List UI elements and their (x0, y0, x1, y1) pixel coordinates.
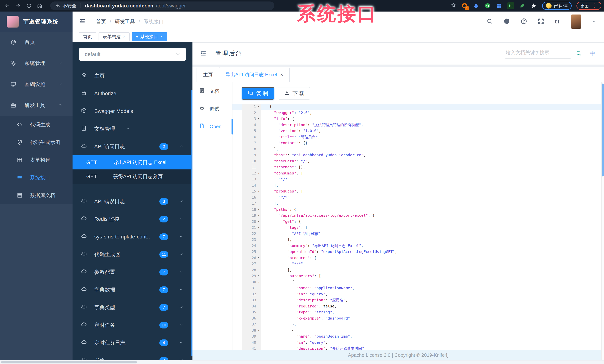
chevron-down-icon[interactable] (179, 269, 183, 275)
help-icon[interactable] (521, 18, 527, 25)
collapse-sidebar-icon[interactable] (79, 18, 86, 25)
sidebar-item-数据库文档[interactable]: 数据库文档 (0, 186, 73, 204)
mini-nav-Open[interactable]: Open (192, 118, 232, 135)
fold-icon[interactable]: ▾ (256, 206, 261, 213)
chevron-down-icon[interactable] (592, 19, 596, 24)
page-tab-系统接口[interactable]: 系统接口× (132, 32, 167, 41)
extension-swirl-icon[interactable] (484, 2, 491, 9)
api-operation-导出API 访问日志 Excel[interactable]: GET导出API 访问日志 Excel (73, 155, 192, 169)
extension-ring-icon[interactable]: 1 (461, 2, 468, 9)
fold-icon[interactable]: ▾ (256, 104, 261, 110)
api-nav-item-定时任务[interactable]: 定时任务10 (73, 316, 192, 334)
api-nav-item-文档管理[interactable]: 文档管理 (73, 120, 192, 138)
mini-nav-文档[interactable]: 文档 (192, 82, 232, 100)
sidebar-item-表单构建[interactable]: 表单构建 (0, 151, 73, 169)
horizontal-scrollbar[interactable] (0, 360, 604, 364)
sidebar-item-系统接口[interactable]: 系统接口 (0, 169, 73, 186)
api-nav-item-字典类型[interactable]: 字典类型7 (73, 299, 192, 316)
api-operation-获得API 访问日志分页[interactable]: GET获得API 访问日志分页 (73, 169, 192, 184)
fold-icon[interactable]: ▾ (256, 225, 261, 231)
main-scrollbar-thumb[interactable] (602, 84, 604, 176)
close-icon[interactable]: × (123, 34, 125, 39)
paused-badge[interactable]: 已暂停 (542, 2, 572, 10)
sidebar-item-基础设施[interactable]: 基础设施 (0, 74, 73, 95)
chevron-down-icon[interactable] (179, 357, 183, 361)
browser-reload-icon[interactable] (24, 1, 34, 10)
browser-menu-icon[interactable]: ⋮ (592, 3, 597, 9)
fold-icon[interactable]: ▾ (256, 327, 261, 334)
breadcrumb-item[interactable]: 系统接口 (144, 18, 164, 25)
collapse-doc-nav-icon[interactable] (200, 50, 207, 57)
page-tab-表单构建[interactable]: 表单构建× (99, 32, 130, 41)
chevron-down-icon[interactable] (179, 322, 183, 328)
extension-drop-icon[interactable] (473, 2, 479, 9)
fold-icon[interactable]: ▾ (256, 188, 261, 194)
doc-tab-导出API 访问日志 Excel[interactable]: 导出API 访问日志 Excel× (219, 67, 289, 82)
doc-search-icon[interactable] (576, 50, 582, 57)
sidebar-item-研发工具[interactable]: 研发工具 (0, 95, 73, 116)
chevron-up-icon[interactable] (179, 144, 183, 150)
font-size-icon[interactable]: tT (555, 18, 560, 25)
chevron-down-icon[interactable] (179, 304, 183, 310)
close-icon[interactable]: × (160, 34, 163, 39)
breadcrumb-item[interactable]: 首页 (96, 18, 106, 25)
api-nav-item-岗位[interactable]: 岗位7 (73, 351, 192, 360)
api-nav-item-定时任务日志[interactable]: 定时任务日志4 (73, 334, 192, 351)
fold-icon[interactable]: ▾ (256, 170, 261, 176)
fold-icon[interactable]: ▾ (256, 279, 261, 285)
chevron-down-icon[interactable] (179, 216, 183, 222)
browser-forward-icon[interactable] (13, 1, 24, 10)
api-nav-item-API 访问日志[interactable]: API 访问日志2 (73, 138, 192, 155)
sidebar-item-代码生成示例[interactable]: 代码生成示例 (0, 133, 73, 151)
extension-grid-icon[interactable] (496, 2, 503, 9)
chevron-down-icon[interactable] (179, 287, 183, 293)
fullscreen-icon[interactable] (538, 18, 544, 25)
page-tab-首页[interactable]: 首页 (79, 32, 96, 41)
update-button[interactable]: 更新 ⋮ (577, 2, 601, 10)
close-icon[interactable]: × (280, 72, 283, 77)
horizontal-scrollbar-thumb[interactable] (1, 361, 137, 364)
fold-icon[interactable]: ▾ (256, 116, 261, 122)
extension-box-icon[interactable]: 6n (507, 2, 514, 9)
api-group-select[interactable]: default (79, 48, 186, 61)
address-bar[interactable]: 不安全 dashboard.yudao.iocoder.cn /tool/swa… (50, 1, 274, 10)
fold-icon[interactable]: ▾ (256, 273, 261, 279)
sidebar-item-系统管理[interactable]: 系统管理 (0, 53, 73, 74)
sidebar-item-首页[interactable]: 首页 (0, 32, 73, 53)
extension-star-icon[interactable] (530, 2, 537, 9)
code-editor[interactable]: 1▾{2 "swagger": "2.0",3▾ "info": {4 "des… (232, 104, 604, 351)
api-nav-item-参数配置[interactable]: 参数配置7 (73, 263, 192, 281)
chevron-down-icon[interactable] (179, 199, 183, 204)
api-nav-item-sys-sms-template-controller[interactable]: sys-sms-template-controller7 (73, 228, 192, 246)
api-nav-item-主页[interactable]: 主页 (73, 67, 192, 85)
api-nav-item-Redis 监控[interactable]: Redis 监控2 (73, 210, 192, 228)
breadcrumb-item[interactable]: 研发工具 (115, 18, 135, 25)
user-avatar[interactable] (571, 14, 581, 29)
sidebar-item-代码生成[interactable]: 代码生成 (0, 116, 73, 133)
chevron-down-icon[interactable] (179, 251, 183, 257)
search-icon[interactable] (487, 18, 493, 25)
api-nav-item-代码生成器[interactable]: 代码生成器11 (73, 246, 192, 263)
browser-home-icon[interactable] (34, 1, 45, 10)
api-nav-item-字典数据[interactable]: 字典数据7 (73, 281, 192, 299)
chevron-down-icon[interactable] (179, 234, 183, 240)
fold-icon[interactable]: ▾ (256, 255, 261, 261)
fold-icon[interactable]: ▾ (256, 213, 261, 219)
chevron-down-icon[interactable] (126, 126, 130, 132)
browser-back-icon[interactable] (2, 1, 13, 10)
api-nav-item-Swagger Models[interactable]: Swagger Models (73, 102, 192, 120)
fold-icon[interactable]: ▾ (256, 219, 261, 225)
language-toggle-icon[interactable]: 中 (590, 50, 595, 57)
copy-button[interactable]: 复 制 (242, 87, 274, 100)
bookmark-star-icon[interactable] (451, 3, 456, 9)
api-nav-item-Authorize[interactable]: Authorize (73, 85, 192, 102)
main-scrollbar-track[interactable] (601, 82, 604, 360)
api-nav-scrollbar[interactable] (191, 90, 192, 356)
doc-search-input[interactable] (505, 49, 570, 59)
doc-tab-主页[interactable]: 主页 (197, 67, 219, 82)
chevron-down-icon[interactable] (179, 340, 183, 346)
api-nav-item-API 错误日志[interactable]: API 错误日志3 (73, 192, 192, 210)
github-icon[interactable] (503, 18, 510, 25)
download-button[interactable]: 下 载 (278, 87, 310, 100)
mini-nav-调试[interactable]: 调试 (192, 100, 232, 118)
